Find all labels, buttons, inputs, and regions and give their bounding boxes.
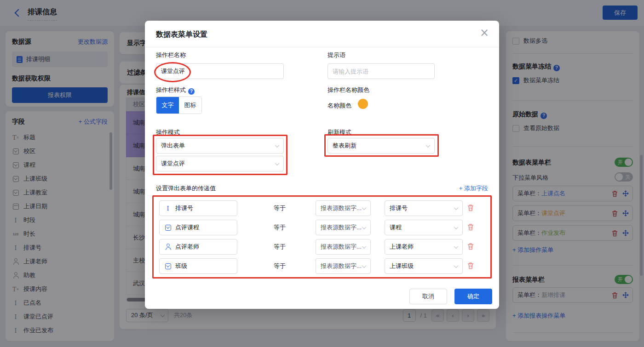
close-icon[interactable]: × — [480, 27, 489, 38]
source-value: 报表源数据字... — [321, 223, 362, 232]
chevron-down-icon — [454, 244, 459, 249]
refresh-label: 刷新模式 — [328, 128, 351, 137]
mapped-field-value: 排课号 — [390, 204, 408, 212]
trash-icon[interactable] — [467, 204, 474, 211]
equals-label: 等于 — [274, 243, 286, 251]
person-icon — [164, 243, 172, 250]
color-swatch[interactable] — [358, 99, 368, 109]
mode-label: 操作模式 — [156, 128, 180, 137]
source-value: 报表源数据字... — [321, 262, 362, 270]
chevron-down-icon — [426, 143, 431, 148]
style-option-icon[interactable]: 图标 — [179, 97, 201, 114]
name-color-label: 操作栏名称颜色 — [328, 86, 369, 94]
mapped-field-select[interactable]: 上课班级 — [385, 258, 463, 274]
mapped-field-select[interactable]: 课程 — [385, 220, 463, 235]
source-select[interactable]: 报表源数据字... — [316, 220, 371, 235]
refresh-select[interactable]: 整表刷新 — [328, 138, 435, 154]
pass-value-row: 点评课程 等于 报表源数据字... 课程 — [145, 220, 499, 235]
pass-field-input[interactable]: 排课号 — [159, 200, 237, 216]
mapped-field-value: 上课老师 — [390, 243, 414, 251]
chevron-down-icon — [362, 244, 367, 249]
action-name-label: 操作栏名称 — [156, 51, 186, 59]
tip-input[interactable] — [328, 63, 435, 79]
mapped-field-select[interactable]: 排课号 — [385, 200, 463, 216]
source-select[interactable]: 报表源数据字... — [316, 239, 371, 255]
help-icon[interactable]: ? — [188, 88, 195, 95]
confirm-button[interactable]: 确定 — [454, 289, 492, 304]
modal-header: 数据表菜单设置 × — [145, 21, 499, 47]
source-value: 报表源数据字... — [321, 243, 362, 251]
trash-icon[interactable] — [467, 243, 474, 250]
select-icon — [164, 262, 172, 270]
chevron-down-icon — [454, 205, 459, 210]
chevron-down-icon — [362, 263, 367, 268]
cancel-button[interactable]: 取消 — [409, 289, 447, 304]
app-root: 排课信息 保存 数据源 更改数据源 排课明细 数据获取权限 报表权限 字段 + … — [0, 0, 644, 347]
table-menu-settings-modal: 数据表菜单设置 × 操作栏名称 提示语 操作栏样式? 文字 图标 操作栏名称颜色… — [145, 21, 499, 309]
modal-title: 数据表菜单设置 — [156, 30, 207, 40]
mode-form-select-value: 课堂点评 — [161, 159, 185, 168]
pass-field-name: 排课号 — [175, 204, 193, 212]
source-value: 报表源数据字... — [321, 204, 362, 212]
trash-icon[interactable] — [467, 223, 474, 231]
source-select[interactable]: 报表源数据字... — [316, 258, 371, 274]
select-icon — [164, 224, 172, 231]
pass-field-input[interactable]: 点评课程 — [159, 220, 237, 235]
name-color-text: 名称颜色 — [328, 102, 351, 110]
chevron-down-icon — [362, 225, 367, 229]
mode-select-value: 弹出表单 — [161, 142, 185, 150]
source-select[interactable]: 报表源数据字... — [316, 200, 371, 216]
pass-value-row: 点评老师 等于 报表源数据字... 上课老师 — [145, 239, 499, 255]
chevron-down-icon — [454, 263, 459, 268]
pass-field-name: 点评课程 — [175, 223, 199, 232]
pass-values-label: 设置弹出表单的传递值 — [156, 184, 216, 193]
add-field-link[interactable]: + 添加字段 — [459, 184, 488, 193]
mode-form-select[interactable]: 课堂点评 — [156, 156, 284, 171]
mapped-field-value: 课程 — [390, 223, 402, 232]
mapped-field-value: 上课班级 — [390, 262, 414, 270]
style-label: 操作栏样式? — [156, 86, 195, 95]
action-name-input[interactable] — [156, 63, 284, 79]
refresh-select-value: 整表刷新 — [333, 142, 356, 150]
mode-select[interactable]: 弹出表单 — [156, 138, 284, 154]
style-option-text[interactable]: 文字 — [156, 97, 179, 114]
pass-field-input[interactable]: 班级 — [159, 258, 237, 274]
style-segmented-control: 文字 图标 — [156, 97, 202, 114]
equals-label: 等于 — [274, 262, 286, 270]
mapped-field-select[interactable]: 上课老师 — [385, 239, 463, 255]
equals-label: 等于 — [274, 204, 286, 212]
pass-field-input[interactable]: 点评老师 — [159, 239, 237, 255]
chevron-down-icon — [275, 143, 280, 148]
trash-icon[interactable] — [467, 262, 474, 269]
equals-label: 等于 — [274, 223, 286, 232]
chevron-down-icon — [275, 161, 280, 165]
pass-value-row: 排课号 等于 报表源数据字... 排课号 — [145, 200, 499, 216]
pass-field-name: 点评老师 — [175, 243, 199, 251]
chevron-down-icon — [454, 225, 459, 229]
tip-label: 提示语 — [328, 51, 345, 59]
text-icon — [164, 205, 172, 212]
pass-field-name: 班级 — [175, 262, 187, 270]
pass-value-row: 班级 等于 报表源数据字... 上课班级 — [145, 258, 499, 274]
chevron-down-icon — [362, 205, 367, 210]
